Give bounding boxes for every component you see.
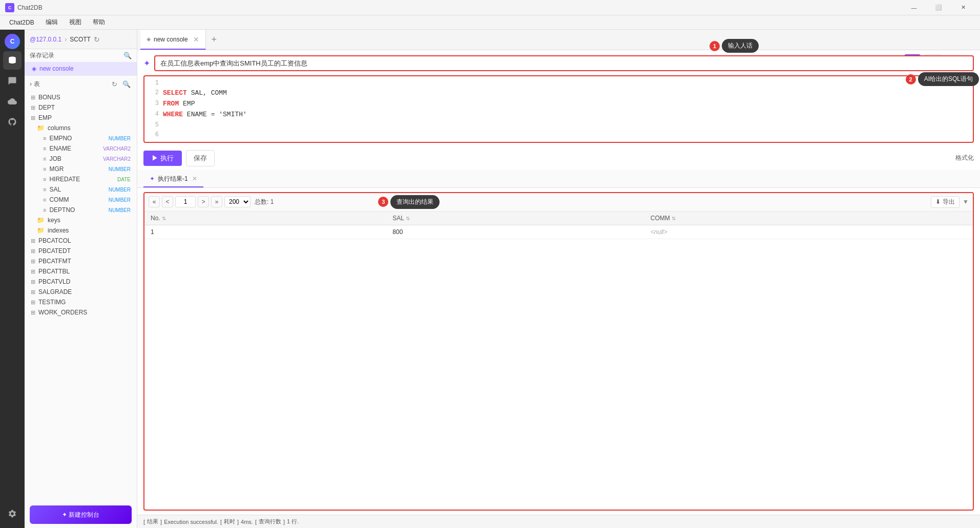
tree-item-salgrade[interactable]: ⊞ SALGRADE (25, 287, 137, 297)
tree-item-empno[interactable]: ≡ EMPNO NUMBER (25, 133, 137, 143)
tree-folder-indexes[interactable]: 📁 indexes (25, 225, 137, 236)
app-title: Chat2DB (17, 4, 43, 11)
table-row[interactable]: 1 800 <null> (144, 225, 973, 239)
table-name-salgrade: SALGRADE (38, 288, 72, 295)
export-button[interactable]: ⬇ 导出 (931, 196, 960, 208)
col-icon-hiredate: ≡ (43, 176, 46, 182)
result-tab-bar: ✦ 执行结果-1 ✕ (137, 170, 980, 188)
tree-item-dept[interactable]: ⊞ DEPT (25, 102, 137, 113)
pagination-page-input[interactable] (175, 196, 196, 207)
rail-icon-chat[interactable] (3, 72, 22, 90)
rail-icon-settings[interactable] (3, 504, 22, 523)
tree-item-pbcatedt[interactable]: ⊞ PBCATEDT (25, 246, 137, 256)
tooltip-1: 输入人话 (722, 39, 759, 53)
tree-item-pbcattbl[interactable]: ⊞ PBCATTBL (25, 266, 137, 277)
titlebar-left: C Chat2DB (5, 3, 43, 12)
pagination-last[interactable]: » (211, 196, 222, 207)
tables-label[interactable]: › 表 (30, 80, 40, 89)
tab-label-new-console: new console (154, 36, 188, 43)
table-name-pbcatvld: PBCATVLD (38, 278, 70, 285)
format-button[interactable]: 格式化 (955, 154, 974, 162)
query-input-row: ✦ 1 输入人话 (143, 55, 974, 71)
folder-icon-columns: 📁 (37, 124, 45, 132)
tree-item-mgr[interactable]: ≡ MGR NUMBER (25, 164, 137, 174)
menu-edit[interactable]: 编辑 (40, 16, 63, 29)
table-name-work-orders: WORK_ORDERS (38, 309, 87, 316)
sql-line-1: 1 (149, 78, 969, 88)
pagination-next[interactable]: > (198, 196, 209, 207)
tree-item-emp[interactable]: ⊞ EMP (25, 113, 137, 123)
tables-search-icon[interactable]: 🔍 (121, 79, 132, 89)
tables-refresh-icon[interactable]: ↻ (109, 79, 119, 89)
col-name-ename: ENAME (49, 145, 71, 152)
query-input[interactable] (160, 59, 968, 67)
sql-editor[interactable]: 1 2 SELECT SAL, COMM 3 FROM EMP 4 WHERE … (143, 75, 974, 143)
sql-line-6: 6 (149, 130, 969, 140)
tree-item-ename[interactable]: ≡ ENAME VARCHAR2 (25, 143, 137, 154)
window-controls: — ⬜ ✕ (902, 0, 975, 15)
tree-item-testimg[interactable]: ⊞ TESTIMG (25, 297, 137, 307)
maximize-button[interactable]: ⬜ (927, 0, 950, 15)
pagination-prev[interactable]: < (162, 196, 173, 207)
refresh-icon[interactable]: ↻ (94, 35, 100, 44)
tab-new-console[interactable]: ◈ new console ✕ (140, 30, 206, 50)
data-table: No. ⇅ SAL ⇅ COMM ⇅ (144, 212, 973, 239)
query-input-wrapper[interactable] (154, 55, 974, 71)
table-icon-bonus: ⊞ (31, 94, 35, 101)
tree-item-bonus[interactable]: ⊞ BONUS (25, 92, 137, 102)
menu-chat2db[interactable]: Chat2DB (4, 17, 39, 28)
rail-icon-cloud[interactable] (3, 92, 22, 111)
annotation-1-wrapper: 1 输入人话 (710, 39, 759, 53)
sort-icon-comm: ⇅ (672, 216, 676, 221)
col-header-comm: COMM ⇅ (644, 212, 973, 225)
folder-label-keys: keys (48, 217, 60, 224)
save-button[interactable]: 保存 (186, 150, 215, 166)
rail-icon-github[interactable] (3, 113, 22, 131)
table-name-pbcatcol: PBCATCOL (38, 237, 71, 244)
annotation-badge-1: 1 (710, 41, 720, 51)
result-tab-1[interactable]: ✦ 执行结果-1 ✕ (143, 172, 203, 187)
pagination-page-size[interactable]: 200 100 500 (224, 196, 251, 207)
menu-help[interactable]: 帮助 (88, 16, 110, 29)
col-name-comm: COMM (49, 196, 69, 203)
menu-view[interactable]: 视图 (64, 16, 87, 29)
tree-folder-keys[interactable]: 📁 keys (25, 215, 137, 225)
new-console-button[interactable]: ✦ 新建控制台 (30, 505, 132, 524)
sidebar-item-new-console[interactable]: ◈ new console (25, 62, 137, 75)
table-name-bonus: BONUS (38, 94, 60, 101)
tree-item-pbcatfmt[interactable]: ⊞ PBCATFMT (25, 256, 137, 266)
col-icon-job: ≡ (43, 156, 46, 162)
tooltip-3: 查询出的结果 (390, 195, 440, 209)
tab-close-new-console[interactable]: ✕ (193, 35, 199, 44)
tables-expand-icon: › (30, 80, 32, 88)
tab-add-button[interactable]: + (206, 30, 222, 50)
minimize-button[interactable]: — (902, 0, 926, 15)
status-time-value: 4ms. (241, 519, 253, 525)
expand-icon[interactable]: ▼ (963, 198, 969, 205)
pagination-first[interactable]: « (149, 196, 160, 207)
tree-list: ⊞ BONUS ⊞ DEPT ⊞ EMP 📁 columns ≡ EMPNO (25, 92, 137, 501)
tree-item-pbcatvld[interactable]: ⊞ PBCATVLD (25, 277, 137, 287)
close-button[interactable]: ✕ (951, 0, 975, 15)
table-icon-dept: ⊞ (31, 104, 35, 111)
saved-search-icon[interactable]: 🔍 (123, 52, 132, 59)
tables-actions: ↻ 🔍 (109, 79, 132, 89)
tree-item-sal[interactable]: ≡ SAL NUMBER (25, 184, 137, 195)
tree-item-job[interactable]: ≡ JOB VARCHAR2 (25, 154, 137, 164)
tree-item-pbcatcol[interactable]: ⊞ PBCATCOL (25, 236, 137, 246)
tree-item-deptno[interactable]: ≡ DEPTNO NUMBER (25, 205, 137, 215)
icon-rail: C (0, 30, 25, 528)
run-button[interactable]: ▶ 执行 (143, 151, 182, 166)
run-save-row: ▶ 执行 保存 格式化 (143, 147, 974, 170)
cell-no: 1 (144, 225, 386, 239)
user-avatar[interactable]: C (5, 34, 20, 49)
tree-item-comm[interactable]: ≡ COMM NUMBER (25, 195, 137, 205)
app-container: C @127.0.0.1 › SCOTT ↻ 保存记录 🔍 (0, 30, 980, 528)
col-type-sal: NUMBER (109, 187, 131, 193)
tree-item-work-orders[interactable]: ⊞ WORK_ORDERS (25, 307, 137, 318)
rail-icon-database[interactable] (3, 51, 22, 70)
tree-item-hiredate[interactable]: ≡ HIREDATE DATE (25, 174, 137, 184)
tree-folder-columns[interactable]: 📁 columns (25, 123, 137, 133)
result-tab-close[interactable]: ✕ (192, 175, 197, 182)
col-type-empno: NUMBER (109, 136, 131, 141)
